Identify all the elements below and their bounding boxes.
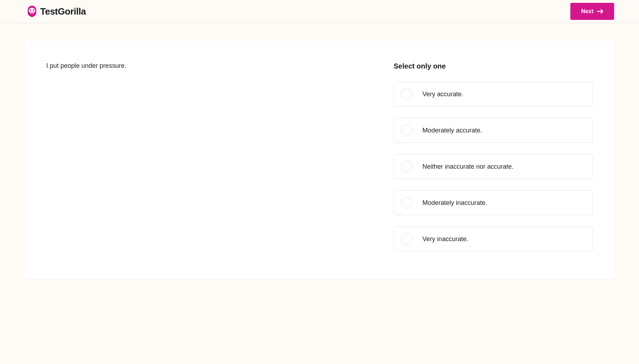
option-label: Very accurate. xyxy=(422,91,463,98)
arrow-right-icon xyxy=(597,9,603,14)
svg-point-0 xyxy=(29,8,35,13)
page-header: TestGorilla Next xyxy=(0,0,639,23)
main-content: I put people under pressure. Select only… xyxy=(0,23,639,297)
radio-icon xyxy=(401,233,412,245)
option-moderately-inaccurate[interactable]: Moderately inaccurate. xyxy=(394,190,593,215)
options-list: Very accurate. Moderately accurate. Neit… xyxy=(394,82,593,251)
svg-point-1 xyxy=(30,9,31,11)
logo-text: TestGorilla xyxy=(40,6,86,17)
instruction-text: Select only one xyxy=(394,62,593,70)
radio-icon xyxy=(401,125,412,136)
gorilla-icon xyxy=(27,5,37,18)
option-label: Very inaccurate. xyxy=(422,235,468,243)
option-moderately-accurate[interactable]: Moderately accurate. xyxy=(394,118,593,143)
option-very-inaccurate[interactable]: Very inaccurate. xyxy=(394,227,593,251)
option-neither[interactable]: Neither inaccurate nor accurate. xyxy=(394,154,593,179)
option-label: Moderately inaccurate. xyxy=(422,199,487,207)
radio-icon xyxy=(401,161,412,172)
logo: TestGorilla xyxy=(27,5,86,18)
next-button[interactable]: Next xyxy=(570,3,614,20)
option-label: Moderately accurate. xyxy=(422,127,482,134)
svg-point-2 xyxy=(33,9,34,11)
option-label: Neither inaccurate nor accurate. xyxy=(422,163,513,170)
question-card: I put people under pressure. Select only… xyxy=(25,41,614,279)
answer-section: Select only one Very accurate. Moderatel… xyxy=(394,62,593,257)
next-button-label: Next xyxy=(581,8,593,15)
radio-icon xyxy=(401,88,412,100)
question-text: I put people under pressure. xyxy=(46,62,365,70)
radio-icon xyxy=(401,197,412,208)
question-section: I put people under pressure. xyxy=(46,62,365,257)
option-very-accurate[interactable]: Very accurate. xyxy=(394,82,593,107)
